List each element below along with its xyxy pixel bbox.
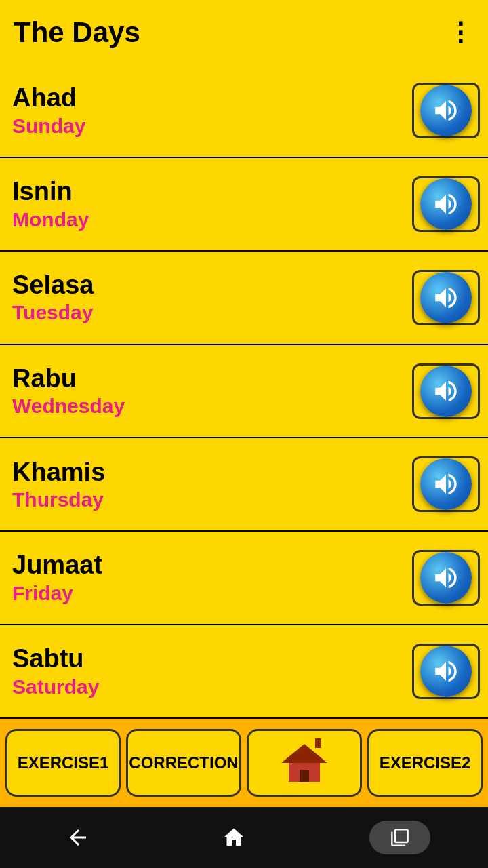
audio-button[interactable] (412, 176, 480, 232)
day-row: IsninMonday (0, 158, 488, 252)
day-malay-text: Sabtu (12, 644, 99, 675)
day-english-text: Monday (12, 208, 89, 232)
bottom-navigation: EXERCISE1 CORRECTION EXERCISE2 (0, 719, 488, 807)
system-navigation (0, 807, 488, 868)
audio-button[interactable] (412, 456, 480, 512)
day-row: JumaatFriday (0, 532, 488, 625)
recents-button[interactable] (369, 821, 430, 854)
day-english-text: Saturday (12, 675, 99, 699)
home-icon (284, 744, 325, 782)
day-row: KhamisThursday (0, 438, 488, 532)
day-malay-text: Selasa (12, 270, 94, 301)
audio-button[interactable] (412, 644, 480, 699)
menu-icon[interactable]: ⋮ (447, 18, 474, 47)
audio-button[interactable] (412, 550, 480, 606)
day-row: SelasaTuesday (0, 252, 488, 345)
back-button[interactable] (58, 817, 98, 858)
exercise2-button[interactable]: EXERCISE2 (367, 729, 483, 797)
day-row: AhadSunday (0, 64, 488, 158)
audio-button[interactable] (412, 83, 480, 138)
app-header: The Days ⋮ (0, 0, 488, 64)
day-malay-text: Rabu (12, 363, 125, 395)
days-list: AhadSunday IsninMonday SelasaTuesday Rab… (0, 64, 488, 719)
day-malay-text: Khamis (12, 457, 105, 488)
audio-button[interactable] (412, 363, 480, 419)
day-english-text: Sunday (12, 114, 85, 138)
audio-button[interactable] (412, 270, 480, 326)
day-malay-text: Isnin (12, 176, 89, 208)
day-malay-text: Jumaat (12, 550, 102, 581)
day-english-text: Friday (12, 581, 102, 606)
day-english-text: Wednesday (12, 394, 125, 418)
day-english-text: Tuesday (12, 300, 94, 325)
correction-button[interactable]: CORRECTION (126, 729, 241, 797)
day-malay-text: Ahad (12, 83, 85, 114)
day-english-text: Thursday (12, 488, 105, 512)
home-button[interactable] (247, 729, 362, 797)
exercise1-button[interactable]: EXERCISE1 (5, 729, 121, 797)
day-row: SabtuSaturday (0, 625, 488, 719)
day-row: RabuWednesday (0, 345, 488, 439)
page-title: The Days (14, 16, 140, 49)
system-home-button[interactable] (214, 817, 254, 858)
